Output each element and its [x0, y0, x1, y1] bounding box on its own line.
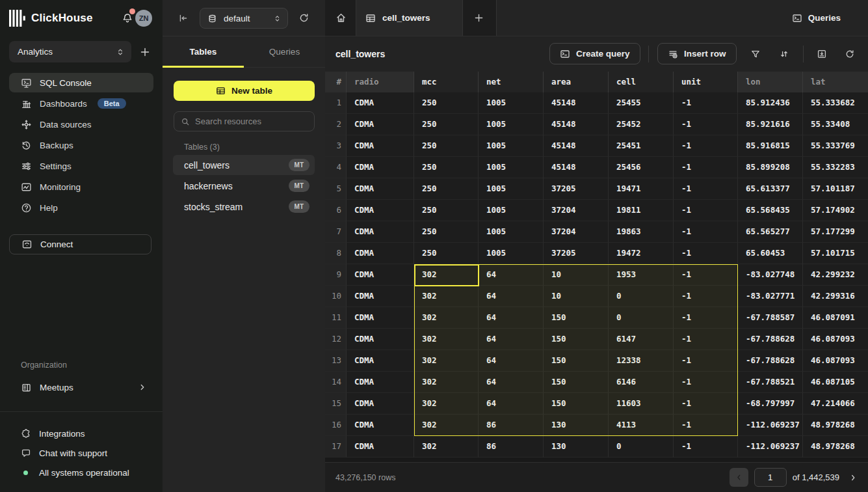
table-cell[interactable]: 6147	[609, 329, 674, 350]
sidebar-item-integrations[interactable]: Integrations	[21, 424, 151, 443]
table-cell[interactable]: 65.60453	[738, 243, 803, 264]
table-cell[interactable]: 19471	[609, 178, 674, 200]
table-cell[interactable]: -67.788628	[738, 350, 803, 372]
table-cell[interactable]: 65.613377	[738, 178, 803, 200]
table-cell[interactable]: 64	[479, 264, 544, 286]
connect-button[interactable]: Connect	[9, 234, 151, 254]
table-cell[interactable]: -67.788521	[738, 372, 803, 393]
table-cell[interactable]: 11603	[609, 393, 674, 415]
table-cell[interactable]: 37205	[544, 243, 609, 264]
table-cell[interactable]: 302	[414, 350, 479, 372]
table-cell[interactable]: 19472	[609, 243, 674, 264]
sidebar-item-data-sources[interactable]: Data sources	[9, 115, 153, 134]
table-cell[interactable]: 25455	[609, 92, 674, 114]
table-cell[interactable]: 86	[479, 436, 544, 458]
table-cell[interactable]: 57.177299	[803, 221, 868, 243]
table-cell[interactable]: 302	[414, 286, 479, 307]
table-cell[interactable]: 25452	[609, 114, 674, 135]
page-input[interactable]	[754, 468, 787, 487]
sidebar-item-monitoring[interactable]: Monitoring	[9, 177, 153, 197]
table-cell[interactable]: 55.332283	[803, 157, 868, 178]
table-cell[interactable]: -1	[674, 286, 738, 307]
table-cell[interactable]: -1	[674, 264, 738, 286]
table-cell[interactable]: 64	[479, 307, 544, 329]
table-cell[interactable]: CDMA	[347, 393, 414, 415]
table-cell[interactable]: -67.788587	[738, 307, 803, 329]
sidebar-item-backups[interactable]: Backups	[9, 135, 153, 155]
table-cell[interactable]: 57.101187	[803, 178, 868, 200]
table-cell[interactable]: -1	[674, 372, 738, 393]
table-cell[interactable]: 302	[414, 415, 479, 436]
prev-page-button[interactable]	[730, 468, 748, 487]
table-cell[interactable]: 250	[414, 114, 479, 135]
table-cell[interactable]: -1	[674, 114, 738, 135]
table-cell[interactable]: -1	[674, 415, 738, 436]
table-cell[interactable]: -112.069237	[738, 415, 803, 436]
table-cell[interactable]: 37204	[544, 200, 609, 221]
table-list-item-stocks-stream[interactable]: stocks_stream MT	[173, 197, 315, 217]
table-cell[interactable]: 250	[414, 135, 479, 157]
table-cell[interactable]: 85.921616	[738, 114, 803, 135]
refresh-tables-icon[interactable]	[298, 12, 309, 23]
table-cell[interactable]: 150	[544, 393, 609, 415]
table-cell[interactable]: CDMA	[347, 286, 414, 307]
new-tab-icon[interactable]	[474, 13, 484, 23]
add-workspace-button[interactable]	[140, 47, 150, 57]
table-cell[interactable]: 302	[414, 307, 479, 329]
table-cell[interactable]: 1953	[609, 264, 674, 286]
table-cell[interactable]: -1	[674, 307, 738, 329]
table-cell[interactable]: -67.788628	[738, 329, 803, 350]
table-cell[interactable]: CDMA	[347, 178, 414, 200]
table-cell[interactable]: 57.101715	[803, 243, 868, 264]
table-cell[interactable]: CDMA	[347, 157, 414, 178]
table-cell[interactable]: CDMA	[347, 114, 414, 135]
database-selector[interactable]: default	[200, 8, 288, 29]
workspace-selector[interactable]: Analytics	[9, 41, 131, 62]
table-cell[interactable]: -83.027748	[738, 264, 803, 286]
table-cell[interactable]: 42.299316	[803, 286, 868, 307]
table-cell[interactable]: 46.087105	[803, 372, 868, 393]
table-cell[interactable]: 1005	[479, 157, 544, 178]
table-cell[interactable]: 150	[544, 350, 609, 372]
table-cell[interactable]: 1005	[479, 114, 544, 135]
table-list-item-cell-towers[interactable]: cell_towers MT	[173, 155, 315, 175]
table-cell[interactable]: 25451	[609, 135, 674, 157]
table-cell[interactable]: 1005	[479, 178, 544, 200]
table-cell[interactable]: -1	[674, 157, 738, 178]
table-cell[interactable]: 1005	[479, 92, 544, 114]
table-cell[interactable]: 302	[414, 264, 479, 286]
table-cell[interactable]: -112.069237	[738, 436, 803, 458]
table-cell[interactable]: 46.087093	[803, 350, 868, 372]
home-icon[interactable]	[335, 12, 347, 23]
queries-button[interactable]: Queries	[792, 0, 841, 36]
table-cell[interactable]: CDMA	[347, 415, 414, 436]
table-cell[interactable]: 302	[414, 436, 479, 458]
table-cell[interactable]: 45148	[544, 157, 609, 178]
table-cell[interactable]: 65.568435	[738, 200, 803, 221]
sidebar-item-meetups[interactable]: Meetups	[9, 377, 153, 397]
column-header[interactable]: unit	[674, 72, 738, 92]
table-cell[interactable]: CDMA	[347, 92, 414, 114]
table-cell[interactable]: 37205	[544, 178, 609, 200]
table-cell[interactable]: 1005	[479, 221, 544, 243]
table-cell[interactable]: 45148	[544, 92, 609, 114]
table-cell[interactable]: 302	[414, 329, 479, 350]
tab-queries[interactable]: Queries	[244, 36, 325, 67]
search-input[interactable]	[195, 116, 308, 126]
column-header[interactable]: radio	[347, 72, 414, 92]
table-cell[interactable]: 150	[544, 372, 609, 393]
column-header[interactable]: lat	[803, 72, 868, 92]
table-cell[interactable]: 37204	[544, 221, 609, 243]
table-cell[interactable]: 64	[479, 372, 544, 393]
table-cell[interactable]: 25456	[609, 157, 674, 178]
table-cell[interactable]: 64	[479, 286, 544, 307]
table-cell[interactable]: 42.299232	[803, 264, 868, 286]
table-cell[interactable]: 65.565277	[738, 221, 803, 243]
table-cell[interactable]: 19811	[609, 200, 674, 221]
table-cell[interactable]: 64	[479, 329, 544, 350]
table-cell[interactable]: 150	[544, 329, 609, 350]
table-cell[interactable]: 1005	[479, 243, 544, 264]
table-cell[interactable]: 55.333769	[803, 135, 868, 157]
column-header[interactable]: #	[325, 72, 347, 92]
collapse-panel-icon[interactable]	[178, 13, 189, 23]
